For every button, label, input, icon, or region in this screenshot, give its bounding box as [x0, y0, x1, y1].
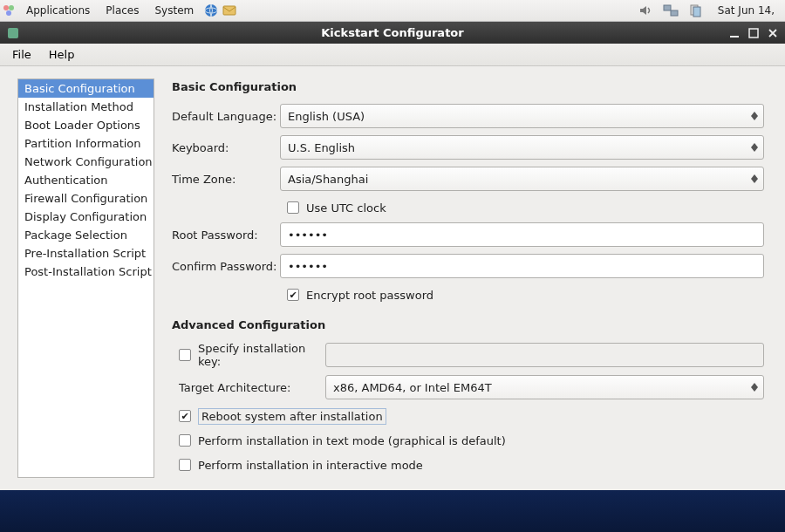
svg-rect-11	[730, 36, 739, 38]
network-icon[interactable]	[662, 2, 679, 19]
window-title: Kickstart Configurator	[0, 26, 785, 39]
label-confirm-password: Confirm Password:	[172, 260, 280, 273]
combo-target-architecture-value: x86, AMD64, or Intel EM64T	[333, 381, 492, 394]
combo-keyboard-value: U.S. English	[288, 141, 355, 154]
minimize-button[interactable]	[727, 27, 741, 39]
panel-menu-system[interactable]: System	[147, 3, 201, 18]
label-text-mode: Perform installation in text mode (graph…	[198, 434, 506, 447]
combo-default-language-value: English (USA)	[288, 110, 365, 123]
combo-target-architecture[interactable]: x86, AMD64, or Intel EM64T	[325, 375, 764, 399]
checkbox-reboot-after-install[interactable]	[179, 410, 191, 422]
combo-timezone-value: Asia/Shanghai	[288, 173, 368, 186]
label-root-password: Root Password:	[172, 228, 280, 242]
advanced-section-title: Advanced Configuration	[172, 318, 764, 331]
label-target-architecture: Target Architecture:	[179, 381, 325, 394]
panel-menu-places[interactable]: Places	[99, 3, 146, 18]
label-encrypt-root-password: Encrypt root password	[306, 289, 433, 302]
updown-icon	[751, 143, 758, 152]
svg-point-0	[3, 5, 9, 10]
svg-rect-6	[664, 5, 671, 10]
svg-point-2	[6, 10, 11, 16]
distro-icon	[0, 2, 17, 19]
sidebar-item-installation-method[interactable]: Installation Method	[18, 98, 154, 116]
clipboard-icon[interactable]	[686, 2, 704, 19]
menu-file[interactable]: File	[3, 45, 40, 64]
volume-icon[interactable]	[638, 2, 655, 19]
sidebar-item-boot-loader-options[interactable]: Boot Loader Options	[18, 116, 154, 134]
sidebar-item-firewall-configuration[interactable]: Firewall Configuration	[18, 189, 154, 208]
label-reboot-after-install: Reboot system after installation	[198, 408, 386, 425]
mail-icon[interactable]	[222, 2, 239, 19]
sidebar-item-basic-configuration[interactable]: Basic Configuration	[18, 79, 154, 98]
sidebar-item-display-configuration[interactable]: Display Configuration	[18, 208, 154, 226]
combo-default-language[interactable]: English (USA)	[280, 104, 764, 128]
svg-rect-12	[749, 29, 758, 38]
menubar: File Help	[0, 44, 785, 66]
svg-rect-9	[693, 7, 700, 17]
close-button[interactable]	[766, 27, 780, 39]
svg-rect-5	[223, 6, 236, 15]
panel-menu-applications[interactable]: Applications	[19, 3, 97, 18]
maximize-button[interactable]	[747, 27, 761, 39]
sidebar-item-package-selection[interactable]: Package Selection	[18, 226, 154, 244]
updown-icon	[751, 112, 758, 120]
window-titlebar: Kickstart Configurator	[0, 22, 785, 44]
svg-rect-7	[671, 10, 678, 16]
label-utc-clock: Use UTC clock	[306, 201, 386, 215]
desktop-background	[0, 490, 785, 532]
panel-clock[interactable]: Sat Jun 14,	[711, 3, 782, 18]
input-confirm-password[interactable]: ••••••	[280, 254, 764, 278]
sidebar-item-post-installation-script[interactable]: Post-Installation Script	[18, 263, 154, 281]
basic-section-title: Basic Configuration	[172, 80, 764, 93]
checkbox-specify-install-key[interactable]	[179, 349, 191, 361]
label-timezone: Time Zone:	[172, 173, 280, 186]
label-interactive-mode: Perform installation in interactive mode	[198, 459, 423, 472]
label-keyboard: Keyboard:	[172, 141, 280, 154]
sidebar-item-pre-installation-script[interactable]: Pre-Installation Script	[18, 244, 154, 263]
input-root-password-value: ••••••	[288, 228, 328, 242]
gnome-panel: Applications Places System Sat Jun 14,	[0, 0, 785, 22]
updown-icon	[751, 174, 758, 183]
menu-help[interactable]: Help	[40, 45, 84, 64]
svg-point-1	[9, 5, 14, 10]
svg-point-3	[205, 4, 217, 17]
svg-rect-10	[8, 28, 18, 38]
sidebar-item-authentication[interactable]: Authentication	[18, 171, 154, 189]
input-confirm-password-value: ••••••	[288, 260, 328, 273]
app-icon	[5, 25, 21, 41]
input-root-password[interactable]: ••••••	[280, 222, 764, 247]
combo-keyboard[interactable]: U.S. English	[280, 135, 764, 160]
combo-timezone[interactable]: Asia/Shanghai	[280, 167, 764, 191]
label-specify-install-key: Specify installation key:	[198, 342, 325, 368]
checkbox-encrypt-root-password[interactable]	[287, 289, 299, 301]
app-body: Basic Configuration Installation Method …	[0, 66, 785, 490]
sidebar: Basic Configuration Installation Method …	[17, 78, 154, 478]
checkbox-utc-clock[interactable]	[287, 201, 299, 214]
updown-icon	[751, 383, 758, 392]
checkbox-interactive-mode[interactable]	[179, 459, 191, 471]
browser-icon[interactable]	[202, 2, 220, 19]
input-install-key[interactable]	[325, 343, 764, 367]
label-default-language: Default Language:	[172, 110, 280, 123]
content-pane: Basic Configuration Default Language: En…	[154, 66, 785, 490]
checkbox-text-mode[interactable]	[179, 434, 191, 447]
sidebar-item-partition-information[interactable]: Partition Information	[18, 134, 154, 153]
sidebar-item-network-configuration[interactable]: Network Configuration	[18, 153, 154, 171]
